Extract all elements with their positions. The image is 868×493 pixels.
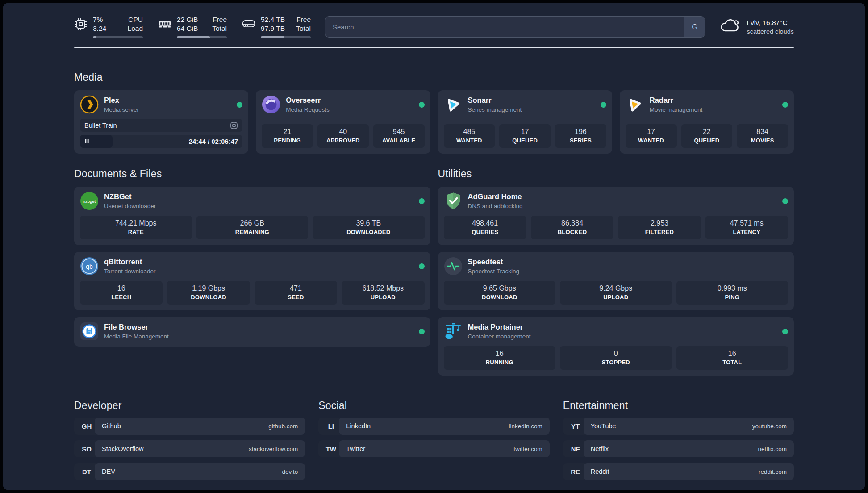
stat-value: 16 <box>678 350 787 358</box>
section-title-media: Media <box>74 71 794 84</box>
svg-text:qb: qb <box>86 263 93 270</box>
app-title: File Browser <box>104 323 169 332</box>
stat-value: 498,461 <box>446 219 525 227</box>
stat-box: 39.6 TB DOWNLOADED <box>313 216 425 239</box>
qbittorrent-icon: qb <box>80 257 99 276</box>
disk-progress-bar <box>261 36 311 38</box>
stat-box: 266 GB REMAINING <box>196 216 309 239</box>
card-speedtest[interactable]: Speedtest Speedtest Tracking 9.65 Gbps D… <box>438 252 794 310</box>
nzbget-icon: nzbget <box>80 192 99 210</box>
stat-box: 744.21 Mbps RATE <box>80 216 192 239</box>
app-subtitle: Torrent downloader <box>104 268 156 275</box>
playback-progress-bar[interactable]: 24:44 / 02:06:47 <box>80 135 242 148</box>
section-title-entertainment: Entertainment <box>563 400 794 412</box>
svg-text:nzbget: nzbget <box>83 199 96 204</box>
link-name: Netflix <box>591 445 609 452</box>
top-bar: 7%CPU 3.24Load <box>74 15 794 38</box>
link-row[interactable]: NF Netflix netflix.com <box>563 440 794 457</box>
app-subtitle: Media File Management <box>104 333 169 340</box>
social-links: Social LI LinkedIn linkedin.com TW <box>318 400 549 480</box>
stat-value: 1.19 Gbps <box>169 284 248 292</box>
link-row[interactable]: RE Reddit reddit.com <box>563 463 794 480</box>
link-url: dev.to <box>282 468 298 475</box>
link-name: LinkedIn <box>346 422 371 430</box>
link-name: StackOverflow <box>102 445 143 452</box>
disk-stat: 52.4 TBFree 97.9 TBTotal <box>242 15 311 38</box>
app-title: Media Portainer <box>468 323 531 332</box>
cpu-progress-bar <box>93 36 143 38</box>
adguard-shield-icon <box>444 192 463 210</box>
search-input[interactable] <box>326 17 684 37</box>
link-row[interactable]: LI LinkedIn linkedin.com <box>318 418 549 435</box>
ram-free: 22 GiB <box>177 15 198 24</box>
stats-row: 744.21 Mbps RATE 266 GB REMAINING 39.6 T… <box>80 210 425 239</box>
stats-row: 21 PENDING 40 APPROVED 945 AVAILABLE <box>262 119 424 148</box>
entertainment-links: Entertainment YT YouTube youtube.com NF <box>563 400 794 480</box>
stat-label: QUEUED <box>501 137 549 144</box>
app-title: AdGuard Home <box>468 192 523 201</box>
stat-value: 17 <box>501 128 549 136</box>
disk-total: 97.9 TB <box>261 24 285 33</box>
stat-label: MOVIES <box>739 137 786 144</box>
card-radarr[interactable]: Radarr Movie management 17 WANTED 22 QUE… <box>620 90 794 154</box>
stat-box: 485 WANTED <box>444 124 495 148</box>
status-dot <box>419 263 425 269</box>
status-dot <box>419 102 425 108</box>
stat-label: SEED <box>256 294 335 301</box>
app-title: Sonarr <box>468 96 522 105</box>
google-search-button[interactable]: G <box>684 17 705 37</box>
status-dot <box>419 329 425 334</box>
stat-box: 0 STOPPED <box>560 346 672 370</box>
stat-box: 17 QUEUED <box>499 124 551 148</box>
link-row[interactable]: SO StackOverflow stackoverflow.com <box>74 440 305 457</box>
stat-label: RUNNING <box>446 359 554 366</box>
stat-label: TOTAL <box>678 359 787 366</box>
stat-box: 9.65 Gbps DOWNLOAD <box>444 281 556 305</box>
documents-column: Documents & Files nzbget NZBGet Usenet d… <box>74 168 430 347</box>
stat-label: WANTED <box>627 137 675 144</box>
stat-label: UPLOAD <box>343 294 422 301</box>
camera-icon <box>230 121 238 130</box>
card-adguard[interactable]: AdGuard Home DNS and adblocking 498,461 … <box>438 187 794 245</box>
stat-box: 834 MOVIES <box>737 124 788 148</box>
card-portainer[interactable]: Media Portainer Container management 16 … <box>438 317 794 376</box>
section-title-documents: Documents & Files <box>74 168 430 180</box>
card-overseerr[interactable]: Overseerr Media Requests 21 PENDING 40 A… <box>256 90 430 154</box>
section-title-developer: Developer <box>74 400 305 412</box>
link-url: twitter.com <box>513 446 542 452</box>
dashboard-window: 7%CPU 3.24Load <box>3 3 865 490</box>
link-row[interactable]: YT YouTube youtube.com <box>563 418 794 435</box>
ram-stat: 22 GiBFree 64 GiBTotal <box>158 15 227 38</box>
app-subtitle: Usenet downloader <box>104 203 156 209</box>
card-filebrowser[interactable]: File Browser Media File Management <box>74 317 430 347</box>
card-qbittorrent[interactable]: qb qBittorrent Torrent downloader 16 LEE <box>74 252 430 310</box>
stat-value: 945 <box>375 128 423 136</box>
weather-widget[interactable]: Lviv, 16.87°C scattered clouds <box>719 17 794 37</box>
stat-box: 86,384 BLOCKED <box>531 216 613 239</box>
now-playing-widget: Bullet Train <box>80 114 242 148</box>
stat-label: LEECH <box>82 294 161 301</box>
developer-links: Developer GH Github github.com SO <box>74 400 305 480</box>
stat-label: AVAILABLE <box>375 137 423 144</box>
stat-box: 16 RUNNING <box>444 346 556 370</box>
stat-box: 471 SEED <box>255 281 337 305</box>
stat-box: 21 PENDING <box>262 124 313 148</box>
stat-value: 618.52 Mbps <box>343 284 422 292</box>
weather-location-temp: Lviv, 16.87°C <box>747 19 794 27</box>
app-title: NZBGet <box>104 192 156 201</box>
card-nzbget[interactable]: nzbget NZBGet Usenet downloader 744.21 M… <box>74 187 430 245</box>
now-playing-row[interactable]: Bullet Train <box>80 119 242 132</box>
section-title-social: Social <box>318 400 549 412</box>
overseerr-icon <box>262 95 280 114</box>
cpu-load-label: Load <box>128 24 143 33</box>
app-subtitle: Movie management <box>650 106 703 113</box>
link-row[interactable]: TW Twitter twitter.com <box>318 440 549 457</box>
stat-value: 744.21 Mbps <box>82 219 190 227</box>
disk-free: 52.4 TB <box>261 15 285 24</box>
card-sonarr[interactable]: Sonarr Series management 485 WANTED 17 Q… <box>438 90 612 154</box>
card-plex[interactable]: Plex Media server Bullet Train <box>74 90 248 154</box>
ram-total: 64 GiB <box>177 24 198 33</box>
link-row[interactable]: GH Github github.com <box>74 418 305 435</box>
link-row[interactable]: DT DEV dev.to <box>74 463 305 480</box>
stat-box: 1.19 Gbps DOWNLOAD <box>167 281 250 305</box>
